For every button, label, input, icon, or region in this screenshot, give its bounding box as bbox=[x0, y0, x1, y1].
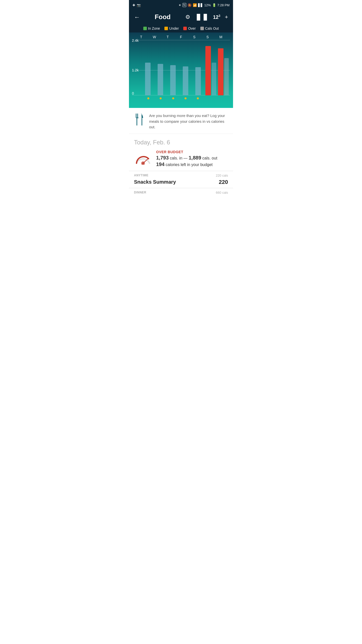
nfc-icon: N bbox=[183, 3, 186, 7]
add-button[interactable]: + bbox=[225, 14, 228, 20]
over-budget-label: OVER BUDGET bbox=[156, 150, 217, 154]
clock: 7:28 PM bbox=[217, 3, 230, 7]
legend-in-zone: In Zone bbox=[143, 26, 160, 30]
cals-left-label: calories left in your budget bbox=[166, 163, 213, 167]
bar-2 bbox=[170, 65, 176, 95]
bar-6-gray bbox=[224, 58, 229, 95]
over-dot bbox=[183, 27, 187, 30]
y-label-top: 2.4k bbox=[132, 38, 139, 43]
bar-group-3 bbox=[180, 66, 191, 95]
snacks-total: 220 bbox=[219, 179, 228, 185]
chart-legend: In Zone Under Over Cals Out bbox=[129, 25, 233, 32]
dot-marker-2 bbox=[172, 97, 174, 99]
settings-icon[interactable]: ⚙ bbox=[185, 14, 190, 20]
barcode-icon[interactable]: ▐▌▐▌ bbox=[195, 14, 208, 20]
day-label-4: S bbox=[189, 35, 199, 39]
bar-group-0 bbox=[142, 63, 154, 95]
dot-1 bbox=[154, 97, 167, 99]
calorie-chart: T W T F S S M 2.4k 1.2k 0 bbox=[129, 32, 233, 108]
bar-group-5 bbox=[205, 46, 216, 95]
today-date: Today, Feb. 6 bbox=[134, 139, 228, 146]
snacks-section-cals: 220 cals bbox=[216, 174, 228, 177]
snacks-meal-name: Snacks Summary bbox=[134, 179, 176, 185]
dinner-header: DINNER 660 cals bbox=[134, 191, 228, 194]
over-label: Over bbox=[188, 26, 196, 30]
bar-5-blue bbox=[212, 63, 216, 95]
day-label-1: W bbox=[149, 35, 159, 39]
info-section: Are you burning more than you eat? Log y… bbox=[129, 108, 233, 134]
bar-4 bbox=[195, 67, 201, 95]
legend-over: Over bbox=[183, 26, 196, 30]
bar-group-2 bbox=[167, 65, 179, 95]
budget-row: OVER BUDGET 1,793 cals. in — 1,889 cals.… bbox=[134, 150, 228, 167]
dot-marker-0 bbox=[147, 97, 149, 99]
cals-in-label: cals. in bbox=[170, 156, 183, 160]
dot-marker-5 bbox=[209, 97, 211, 99]
bar-0 bbox=[145, 63, 151, 95]
svg-rect-0 bbox=[136, 113, 137, 118]
budget-gauge-icon bbox=[134, 151, 152, 166]
cals-left-line: 194 calories left in your budget bbox=[156, 162, 217, 167]
in-zone-dot bbox=[143, 27, 147, 30]
snacks-section-label: ANYTIME bbox=[134, 174, 149, 177]
dot-2 bbox=[167, 97, 179, 99]
separator: — bbox=[184, 156, 189, 160]
header-actions: ⚙ ▐▌▐▌ 123 + bbox=[185, 14, 228, 20]
snacks-name-row[interactable]: Snacks Summary 220 bbox=[134, 177, 228, 188]
day-label-6: M bbox=[216, 35, 226, 39]
cals-out-label: Cals Out bbox=[205, 26, 219, 30]
dot-marker-4 bbox=[197, 97, 199, 99]
bar-1 bbox=[158, 64, 163, 95]
dot-3 bbox=[179, 97, 192, 99]
cals-out-label: cals. out bbox=[202, 156, 217, 160]
snacks-section: ANYTIME 220 cals Snacks Summary 220 bbox=[129, 171, 233, 188]
under-dot bbox=[164, 27, 168, 30]
dinner-section-cals: 660 cals bbox=[216, 191, 228, 194]
status-bar: ✚ 📷 ✶ N 🔕 📶 ▋▋ 12% 🔋 7:28 PM bbox=[129, 0, 233, 10]
dot-5 bbox=[204, 97, 216, 99]
back-button[interactable]: ← bbox=[134, 14, 140, 21]
bar-group-6 bbox=[217, 48, 229, 95]
cals-in-line: 1,793 cals. in — 1,889 cals. out bbox=[156, 155, 217, 161]
day-label-3: F bbox=[176, 35, 186, 39]
bar-5-red bbox=[205, 46, 211, 95]
in-zone-label: In Zone bbox=[148, 26, 160, 30]
snacks-header: ANYTIME 220 cals bbox=[134, 174, 228, 177]
today-section: Today, Feb. 6 OVER BUDGET 1,793 cals. in bbox=[129, 134, 233, 171]
svg-rect-4 bbox=[142, 118, 142, 126]
info-text: Are you burning more than you eat? Log y… bbox=[149, 113, 228, 130]
bar-group-1 bbox=[155, 64, 166, 95]
dot-0 bbox=[142, 97, 154, 99]
svg-rect-1 bbox=[137, 113, 138, 118]
app-header: ← Food ⚙ ▐▌▐▌ 123 + bbox=[129, 10, 233, 25]
legend-cals-out: Cals Out bbox=[200, 26, 219, 30]
dot-6 bbox=[217, 97, 229, 99]
cals-left-value: 194 bbox=[156, 162, 164, 167]
under-label: Under bbox=[169, 26, 179, 30]
cals-out-value: 1,889 bbox=[189, 155, 201, 160]
bar-3 bbox=[183, 66, 188, 95]
camera-icon: 📷 bbox=[137, 3, 141, 7]
dinner-section-label: DINNER bbox=[134, 191, 146, 194]
bar-group-4 bbox=[192, 67, 204, 95]
chart-day-labels: T W T F S S M bbox=[132, 35, 230, 39]
battery-percent: 12% bbox=[204, 3, 211, 7]
chart-bars-area: 2.4k 1.2k 0 bbox=[132, 40, 230, 100]
dot-4 bbox=[192, 97, 204, 99]
bluetooth-icon: ✶ bbox=[178, 3, 181, 7]
fork-knife-icon bbox=[134, 113, 145, 128]
battery-icon: 🔋 bbox=[212, 3, 216, 7]
legend-under: Under bbox=[164, 26, 179, 30]
cals-in-value: 1,793 bbox=[156, 155, 169, 160]
wifi-icon: 📶 bbox=[193, 3, 197, 7]
svg-point-6 bbox=[142, 162, 144, 164]
dots-row bbox=[141, 97, 230, 99]
vibrate-icon: 🔕 bbox=[188, 3, 192, 7]
y-label-mid: 1.2k bbox=[132, 68, 139, 72]
dinner-section: DINNER 660 cals bbox=[129, 188, 233, 194]
dot-marker-3 bbox=[185, 97, 187, 99]
first-aid-icon: ✚ bbox=[132, 3, 135, 7]
bar-6-red bbox=[218, 48, 223, 95]
y-label-bottom: 0 bbox=[132, 91, 134, 95]
steps-counter: 123 bbox=[213, 14, 220, 20]
